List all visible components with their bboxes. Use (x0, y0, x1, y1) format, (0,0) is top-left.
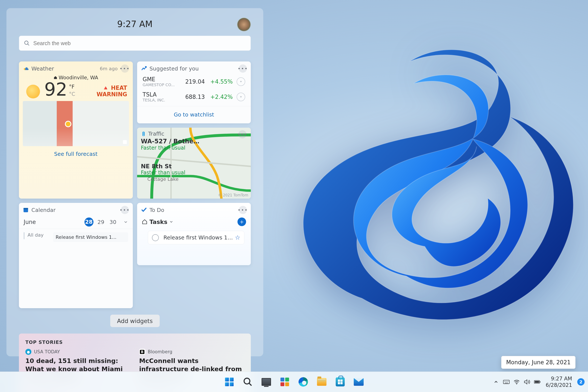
weather-location: Woodinville, WA (19, 75, 133, 80)
svg-rect-19 (535, 381, 539, 383)
svg-point-9 (244, 378, 250, 384)
calendar-day[interactable]: 30 (107, 219, 119, 225)
todo-list-name[interactable]: Tasks (150, 218, 168, 225)
notification-badge[interactable]: 2 (577, 378, 584, 386)
mail-button[interactable] (350, 374, 367, 390)
task-item[interactable]: Release first Windows 11... ☆ (148, 231, 244, 244)
traffic-status-1: Faster than usual (141, 145, 247, 151)
add-task-button[interactable]: ＋ (238, 218, 246, 226)
weather-age: 6m ago (100, 66, 118, 71)
star-icon[interactable]: ☆ (235, 234, 240, 241)
traffic-route-2: NE 8th St (141, 163, 201, 170)
taskbar-clock[interactable]: 9:27 AM 6/28/2021 (544, 376, 574, 388)
start-button[interactable] (221, 374, 238, 390)
desktop: 9:27 AM Weather 6m ago ••• Woodinville, … (0, 0, 588, 392)
todo-card[interactable]: To Do ••• Tasks ＋ Release first Windows … (137, 203, 251, 265)
todo-title: To Do (150, 207, 164, 213)
news-header: TOP STORIES (25, 340, 244, 345)
todo-icon (141, 207, 147, 213)
calendar-more-button[interactable]: ••• (121, 206, 129, 214)
volume-icon[interactable] (524, 379, 530, 385)
task-text: Release first Windows 11... (164, 234, 235, 241)
weather-map[interactable] (23, 101, 129, 146)
search-input[interactable] (33, 40, 246, 47)
map-copyright: © 2021 TomTom (218, 193, 248, 197)
battery-icon[interactable] (534, 379, 540, 385)
calendar-day[interactable]: 29 (95, 219, 107, 225)
weather-icon (23, 66, 29, 72)
task-view-button[interactable] (258, 374, 274, 390)
svg-point-4 (143, 132, 144, 133)
traffic-card[interactable]: ••• Traffic WA-527 / Bothell Eve... Fast… (137, 128, 251, 198)
stocks-icon (141, 66, 147, 72)
stocks-more-button[interactable]: ••• (239, 64, 247, 73)
stocks-title: Suggested for you (150, 66, 199, 72)
task-checkbox[interactable] (152, 234, 159, 241)
chevron-down-icon[interactable] (123, 220, 128, 224)
tray-chevron-icon[interactable] (493, 379, 499, 385)
add-stock-button[interactable]: ＋ (236, 77, 245, 86)
search-bar[interactable] (19, 36, 251, 51)
map-label: Cottage Lake (148, 176, 201, 182)
user-avatar[interactable] (237, 18, 251, 32)
stock-row[interactable]: GMEGAMESTOP CO... 219.04 +4.55% ＋ (137, 74, 251, 89)
chevron-down-icon[interactable] (169, 220, 174, 224)
see-full-forecast-link[interactable]: See full forecast (19, 146, 133, 163)
weather-more-button[interactable]: ••• (121, 64, 129, 73)
widgets-panel: 9:27 AM Weather 6m ago ••• Woodinville, … (6, 8, 263, 356)
weather-title: Weather (32, 66, 54, 72)
panel-clock: 9:27 AM (117, 19, 152, 29)
file-explorer-button[interactable] (314, 374, 330, 390)
heat-warning: 🔺 HEAT WARNING (96, 85, 127, 98)
svg-rect-20 (540, 381, 540, 383)
go-to-watchlist-link[interactable]: Go to watchlist (137, 106, 251, 123)
add-widgets-button[interactable]: Add widgets (110, 315, 160, 327)
svg-line-1 (28, 44, 29, 46)
calendar-date-bar: June 28 29 30 (19, 215, 133, 229)
svg-point-15 (506, 381, 507, 382)
wifi-icon[interactable] (514, 379, 520, 385)
calendar-title: Calendar (32, 207, 56, 213)
widgets-button[interactable] (276, 374, 293, 390)
svg-point-14 (506, 381, 506, 382)
usa-today-icon: ● (25, 349, 32, 355)
svg-point-13 (504, 381, 505, 382)
svg-point-17 (516, 384, 517, 384)
traffic-icon (141, 131, 146, 136)
temperature: 92 °F°C (44, 80, 75, 98)
svg-point-0 (25, 41, 28, 44)
calendar-event[interactable]: Release first Windows 1... (53, 232, 128, 242)
svg-point-5 (143, 134, 144, 134)
search-icon (243, 377, 253, 387)
weather-card[interactable]: Weather 6m ago ••• Woodinville, WA 92 °F… (19, 62, 133, 198)
stock-row[interactable]: TSLATESLA, INC. 688.13 +2.42% ＋ (137, 89, 251, 104)
edge-button[interactable] (295, 374, 312, 390)
add-stock-button[interactable]: ＋ (236, 93, 245, 101)
traffic-status-2: Faster than usual (141, 170, 201, 176)
calendar-allday-label: All day (24, 232, 44, 239)
svg-line-10 (249, 383, 252, 386)
bloomberg-icon: B (139, 349, 145, 355)
stocks-card[interactable]: Suggested for you ••• GMEGAMESTOP CO... … (137, 62, 251, 123)
svg-rect-11 (503, 380, 509, 384)
svg-point-16 (508, 381, 508, 382)
calendar-card[interactable]: Calendar ••• June 28 29 30 All day Relea… (19, 203, 133, 308)
svg-point-6 (143, 135, 144, 136)
store-button[interactable] (332, 374, 348, 390)
calendar-day-current[interactable]: 28 (84, 218, 94, 226)
sun-icon (26, 85, 40, 98)
calendar-icon (23, 207, 29, 213)
wallpaper-bloom (235, 39, 588, 372)
search-icon (24, 40, 30, 46)
map-pin-icon (65, 121, 71, 127)
search-button[interactable] (240, 374, 256, 390)
todo-more-button[interactable]: ••• (239, 206, 247, 214)
taskbar: 9:27 AM 6/28/2021 2 (0, 372, 588, 392)
date-tooltip: Monday, June 28, 2021 (501, 356, 576, 369)
keyboard-icon[interactable] (503, 379, 510, 385)
traffic-title: Traffic (148, 131, 164, 137)
svg-rect-8 (24, 208, 28, 209)
tasks-home-icon (142, 219, 148, 224)
traffic-route-1: WA-527 / Bothell Eve... (141, 138, 201, 145)
